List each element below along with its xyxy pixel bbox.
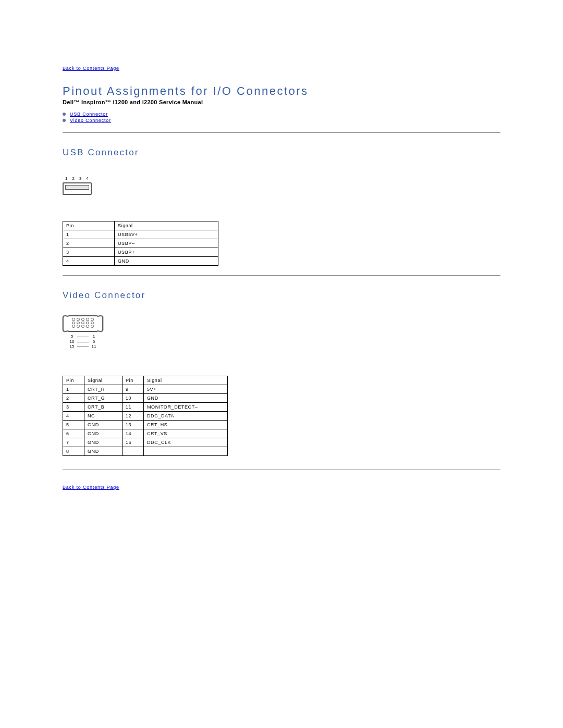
usb-heading: USB Connector	[63, 147, 500, 158]
toc-link-video[interactable]: Video Connector	[70, 118, 111, 123]
vga-label: 6	[90, 339, 97, 344]
usb-pin-numbers: 1 2 3 4	[65, 176, 89, 181]
divider	[63, 132, 500, 133]
table-cell: 5V+	[144, 385, 228, 394]
table-cell: GND	[84, 429, 123, 438]
table-cell: 11	[123, 403, 144, 412]
table-cell: NC	[84, 412, 123, 421]
table-cell: 4	[63, 412, 84, 421]
table-cell: GND	[115, 257, 218, 266]
table-cell: 2	[63, 239, 115, 248]
back-to-contents-bottom[interactable]: Back to Contents Page	[63, 485, 119, 490]
vga-label: 5	[68, 334, 76, 339]
back-to-contents-top[interactable]: Back to Contents Page	[63, 66, 119, 71]
bullet-icon	[63, 119, 66, 122]
usb-connector-figure: 1 2 3 4	[63, 176, 92, 195]
table-row: 6GND14CRT_VS	[63, 429, 228, 438]
table-row: 4GND	[63, 257, 218, 266]
table-cell: 1	[63, 230, 115, 239]
table-cell: 3	[63, 248, 115, 257]
table-row: 3USBP+	[63, 248, 218, 257]
table-cell: CRT_R	[84, 385, 123, 394]
table-cell: 8	[63, 447, 84, 456]
usb-port-icon	[63, 182, 92, 195]
divider	[63, 275, 500, 276]
vga-label: 10	[68, 339, 76, 344]
table-cell: DDC_DATA	[144, 412, 228, 421]
table-cell: 1	[63, 385, 84, 394]
table-cell: MONITOR_DETECT–	[144, 403, 228, 412]
video-heading: Video Connector	[63, 290, 500, 301]
video-pinout-table: Pin Signal Pin Signal 1CRT_R95V+2CRT_G10…	[63, 376, 228, 456]
table-cell: 15	[123, 438, 144, 447]
table-row: 3CRT_B11MONITOR_DETECT–	[63, 403, 228, 412]
table-cell: 3	[63, 403, 84, 412]
table-cell: GND	[84, 447, 123, 456]
table-cell: 14	[123, 429, 144, 438]
table-row: 2CRT_G10GND	[63, 394, 228, 403]
table-cell: 7	[63, 438, 84, 447]
vga-pin-labels: 51 106 1511	[63, 334, 103, 349]
vga-label: 11	[90, 344, 97, 349]
table-row: 1CRT_R95V+	[63, 385, 228, 394]
vga-port-icon	[67, 315, 99, 332]
divider	[63, 470, 500, 470]
video-connector-figure: 51 106 1511	[63, 315, 103, 349]
table-cell: 6	[63, 429, 84, 438]
table-cell: CRT_G	[84, 394, 123, 403]
usb-pin-num: 4	[86, 176, 89, 181]
table-cell: CRT_VS	[144, 429, 228, 438]
table-header: Signal	[84, 376, 123, 385]
table-header: Pin	[63, 221, 115, 230]
table-row: 5GND13CRT_HS	[63, 421, 228, 429]
table-header: Signal	[144, 376, 228, 385]
table-cell: GND	[144, 394, 228, 403]
table-cell: DDC_CLK	[144, 438, 228, 447]
table-cell: GND	[84, 421, 123, 429]
table-cell: CRT_B	[84, 403, 123, 412]
table-cell: GND	[84, 438, 123, 447]
table-cell: CRT_HS	[144, 421, 228, 429]
table-cell: 10	[123, 394, 144, 403]
table-row: 2USBP–	[63, 239, 218, 248]
table-cell	[123, 447, 144, 456]
table-cell: 13	[123, 421, 144, 429]
table-header: Pin	[63, 376, 84, 385]
table-cell: USBP+	[115, 248, 218, 257]
table-header: Pin	[123, 376, 144, 385]
usb-pin-num: 1	[65, 176, 68, 181]
table-cell: 2	[63, 394, 84, 403]
toc-link-usb[interactable]: USB Connector	[70, 112, 108, 117]
table-cell: 9	[123, 385, 144, 394]
table-cell: 5	[63, 421, 84, 429]
table-row: 8GND	[63, 447, 228, 456]
table-row: 4NC12DDC_DATA	[63, 412, 228, 421]
usb-pin-num: 2	[72, 176, 75, 181]
vga-label: 1	[90, 334, 97, 339]
page-subtitle: Dell™ Inspiron™ i1200 and i2200 Service …	[63, 99, 500, 105]
table-row: 1USB5V+	[63, 230, 218, 239]
table-cell: USB5V+	[115, 230, 218, 239]
vga-label: 15	[68, 344, 76, 349]
table-cell: 12	[123, 412, 144, 421]
table-cell: 4	[63, 257, 115, 266]
page-title: Pinout Assignments for I/O Connectors	[63, 84, 500, 98]
table-cell: USBP–	[115, 239, 218, 248]
usb-pin-num: 3	[79, 176, 82, 181]
usb-pinout-table: Pin Signal 1USB5V+2USBP–3USBP+4GND	[63, 221, 218, 266]
table-cell	[144, 447, 228, 456]
toc-list: USB Connector Video Connector	[63, 112, 500, 123]
table-row: 7GND15DDC_CLK	[63, 438, 228, 447]
table-header: Signal	[115, 221, 218, 230]
bullet-icon	[63, 113, 66, 116]
